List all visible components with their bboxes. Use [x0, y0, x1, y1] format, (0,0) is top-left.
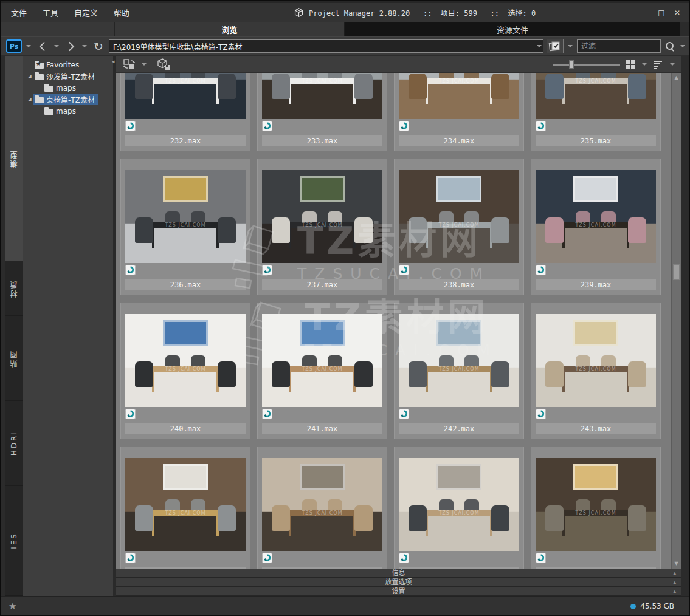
expand-caret-icon[interactable]: ◢	[26, 74, 33, 79]
scroll-down-button[interactable]	[672, 559, 681, 569]
folder-icon	[44, 109, 53, 115]
thumbnail-card[interactable]: TZS JCAI.COM243.max	[531, 303, 661, 439]
panel-header-info[interactable]: 信息	[116, 569, 681, 578]
window-title: Project Manager 2.88.20 :: 项目: 599 :: 选择…	[309, 7, 536, 18]
thumbnail-card[interactable]: TZS JCAI.COM242.max	[394, 303, 524, 439]
slider-track	[553, 64, 620, 66]
vertical-tab-ies[interactable]: IES	[5, 486, 23, 596]
thumbnail-label: 243.max	[536, 423, 656, 434]
filter-input[interactable]	[577, 39, 661, 53]
save-model-button[interactable]	[155, 57, 172, 72]
thumbnail-watermark: TZS JCAI.COM	[125, 78, 246, 84]
sort-button[interactable]	[652, 57, 665, 72]
thumbnail-card[interactable]: TZS JCAI.COM234.max	[394, 73, 524, 151]
tree-item-wrap: 沙发篇-TZ素材	[33, 70, 98, 82]
wall-art-shape	[163, 320, 208, 346]
tab-browse[interactable]: 浏览	[115, 22, 345, 36]
chair-shape	[628, 505, 646, 531]
thumbnail-card[interactable]: TZS JCAI.COM	[531, 447, 661, 569]
max-file-icon	[399, 121, 409, 134]
file-type-row	[125, 407, 246, 423]
maximize-button[interactable]: □	[655, 7, 668, 19]
thumbnail-card[interactable]: TZS JCAI.COM236.max	[120, 159, 250, 295]
vertical-tab-label: IES	[10, 532, 18, 549]
tab-asset-files[interactable]: 资源文件	[345, 22, 680, 36]
thumbnail-card[interactable]: TZS JCAI.COM	[257, 447, 387, 569]
menu-item-file[interactable]: 文件	[5, 4, 33, 21]
slider-thumb[interactable]	[569, 60, 574, 69]
thumbnail-image: TZS JCAI.COM	[399, 73, 519, 119]
view-mode-caret-icon[interactable]	[642, 63, 647, 66]
path-input[interactable]: F:\2019单体模型库收集\桌椅篇-TZ素材	[109, 41, 536, 52]
thumbnail-card[interactable]: TZS JCAI.COM232.max	[120, 73, 250, 151]
chair-shape	[491, 74, 509, 99]
thumbnail-card[interactable]: TZS JCAI.COM	[394, 447, 524, 569]
max-file-icon	[125, 409, 136, 422]
storage-value: 45.53 GB	[640, 602, 674, 611]
replace-model-button[interactable]	[121, 57, 138, 72]
vertical-tab-hdri[interactable]: HDRI	[5, 401, 23, 486]
max-file-icon	[399, 553, 409, 566]
thumbnail-watermark: TZS JCAI.COM	[536, 222, 656, 228]
close-button[interactable]: ✕	[671, 7, 684, 19]
vertical-scrollbar[interactable]	[671, 73, 681, 569]
file-type-row	[262, 263, 382, 279]
thumbnail-card[interactable]: TZS JCAI.COM241.max	[257, 303, 387, 439]
app-logo-icon	[294, 7, 304, 18]
refresh-button[interactable]: ↻	[91, 39, 106, 53]
chair-shape	[354, 217, 373, 243]
tree-item-tables-maps[interactable]: maps	[23, 105, 113, 117]
view-mode-button[interactable]	[624, 57, 637, 72]
scroll-thumb[interactable]	[673, 264, 680, 280]
back-history-caret-icon[interactable]	[54, 45, 59, 47]
wall-art-shape	[436, 176, 481, 202]
files-filter-caret-icon[interactable]	[568, 45, 573, 47]
wall-art-shape	[300, 176, 345, 202]
forward-history-caret-icon[interactable]	[82, 45, 87, 47]
max-file-icon	[262, 121, 272, 134]
photoshop-button[interactable]: Ps	[6, 39, 22, 53]
chair-shape	[409, 361, 427, 387]
thumbnail-card[interactable]: TZS JCAI.COM238.max	[394, 159, 524, 295]
thumbnail-card[interactable]: TZS JCAI.COM235.max	[531, 73, 661, 151]
thumbnail-card[interactable]: TZS JCAI.COM	[120, 447, 250, 569]
panel-header-settings[interactable]: 设置	[116, 587, 681, 596]
chair-shape	[272, 217, 290, 243]
thumbnail-watermark: TZS JCAI.COM	[262, 510, 382, 516]
tree-item-favorites[interactable]: Favorites	[23, 59, 113, 70]
vertical-tab-models[interactable]: 模型	[5, 56, 23, 261]
tree-item-tables[interactable]: ◢桌椅篇-TZ素材	[23, 94, 113, 105]
path-combobox[interactable]: F:\2019单体模型库收集\桌椅篇-TZ素材	[109, 39, 543, 53]
menu-item-help[interactable]: 帮助	[108, 4, 136, 21]
vertical-tab-materials[interactable]: 材质	[5, 261, 23, 316]
show-checked-files-button[interactable]	[547, 39, 564, 53]
expand-caret-icon[interactable]: ◢	[26, 97, 33, 102]
search-button[interactable]	[664, 39, 676, 53]
photoshop-dropdown-caret-icon[interactable]	[26, 45, 31, 47]
tree-item-sofa-maps[interactable]: maps	[23, 82, 113, 94]
scroll-up-button[interactable]	[672, 73, 681, 83]
thumbnail-card[interactable]: TZS JCAI.COM237.max	[257, 159, 387, 295]
forward-button[interactable]	[63, 39, 78, 53]
tree-item-sofa[interactable]: ◢沙发篇-TZ素材	[23, 70, 113, 82]
back-button[interactable]	[35, 39, 50, 53]
thumbnail-card[interactable]: TZS JCAI.COM233.max	[257, 73, 387, 151]
thumbnail-size-slider[interactable]	[553, 60, 620, 69]
folder-icon	[44, 86, 53, 92]
minimize-button[interactable]: —	[639, 7, 652, 19]
vertical-tab-textures[interactable]: 贴图	[5, 316, 23, 401]
favorites-star-icon[interactable]	[9, 601, 16, 612]
thumbnail-watermark: TZS JCAI.COM	[262, 366, 382, 372]
menu-item-tools[interactable]: 工具	[36, 4, 64, 21]
chair-shape	[135, 74, 153, 99]
thumbnail-image: TZS JCAI.COM	[399, 458, 519, 551]
thumbnail-card[interactable]: TZS JCAI.COM240.max	[120, 303, 250, 439]
thumbnail-card[interactable]: TZS JCAI.COM239.max	[531, 159, 661, 295]
replace-model-caret-icon[interactable]	[142, 63, 147, 66]
sort-caret-icon[interactable]	[670, 63, 675, 66]
menu-item-customize[interactable]: 自定义	[68, 4, 104, 21]
search-options-caret-icon[interactable]	[680, 45, 685, 47]
panel-header-placement[interactable]: 放置选项	[116, 578, 681, 587]
path-dropdown-caret-icon[interactable]	[537, 45, 542, 47]
folder-icon	[35, 97, 44, 103]
